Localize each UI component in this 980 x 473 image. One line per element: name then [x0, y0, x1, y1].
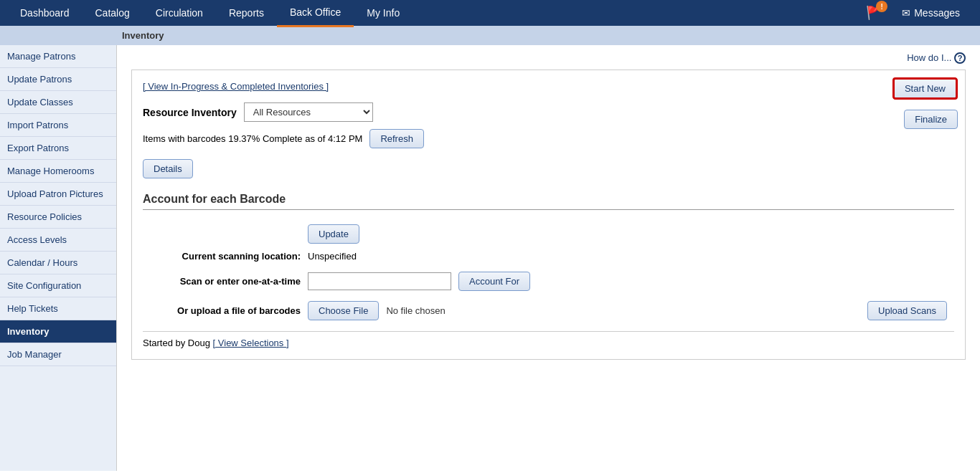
main-layout: Manage Patrons Update Patrons Update Cla…	[0, 45, 980, 471]
choose-file-button[interactable]: Choose File	[308, 301, 379, 320]
scanning-location-label: Current scanning location:	[143, 251, 301, 262]
scan-input-row: Scan or enter one-at-a-time Account For	[143, 272, 954, 291]
content-box: Start New Finalize [ View In-Progress & …	[131, 70, 966, 360]
progress-text: Items with barcodes 19.37% Complete as o…	[143, 133, 362, 144]
top-nav: Dashboard Catalog Circulation Reports Ba…	[0, 0, 980, 26]
messages-link[interactable]: ✉ Messages	[889, 0, 973, 26]
breadcrumb-text: Inventory	[122, 30, 164, 41]
upload-left: Or upload a file of barcodes Choose File…	[143, 301, 446, 320]
breadcrumb: Inventory	[0, 26, 980, 45]
upload-scans-button[interactable]: Upload Scans	[867, 301, 947, 320]
main-content: How do I... ? Start New Finalize [ View …	[117, 45, 980, 471]
sidebar-item-help-tickets[interactable]: Help Tickets	[0, 297, 116, 320]
nav-reports[interactable]: Reports	[216, 0, 277, 26]
how-do-i-link[interactable]: How do I...	[907, 52, 951, 63]
view-selections-link[interactable]: [ View Selections ]	[213, 338, 289, 348]
help-circle-icon[interactable]: ?	[954, 52, 966, 64]
scanning-location-value: Unspecified	[308, 251, 357, 262]
file-upload-row: Or upload a file of barcodes Choose File…	[143, 301, 954, 320]
sidebar-item-site-configuration[interactable]: Site Configuration	[0, 274, 116, 297]
resource-inventory-label: Resource Inventory	[143, 107, 237, 118]
resource-inventory-row: Resource Inventory All Resources Books D…	[143, 102, 954, 122]
view-link-row: [ View In-Progress & Completed Inventori…	[143, 81, 954, 92]
section-title: Account for each Barcode	[143, 193, 286, 206]
sidebar-item-job-manager[interactable]: Job Manager	[0, 343, 116, 366]
sidebar-item-inventory[interactable]: Inventory	[0, 320, 116, 343]
refresh-button[interactable]: Refresh	[369, 129, 424, 148]
scan-input[interactable]	[308, 272, 451, 290]
started-by-row: Started by Doug [ View Selections ]	[143, 331, 954, 348]
sidebar-item-upload-patron-pictures[interactable]: Upload Patron Pictures	[0, 183, 116, 206]
sidebar-item-import-patrons[interactable]: Import Patrons	[0, 114, 116, 137]
sidebar-item-manage-homerooms[interactable]: Manage Homerooms	[0, 160, 116, 183]
details-row: Details	[143, 159, 954, 178]
sidebar: Manage Patrons Update Patrons Update Cla…	[0, 45, 117, 471]
sidebar-item-manage-patrons[interactable]: Manage Patrons	[0, 45, 116, 68]
sidebar-item-resource-policies[interactable]: Resource Policies	[0, 206, 116, 229]
sidebar-item-access-levels[interactable]: Access Levels	[0, 229, 116, 252]
nav-catalog[interactable]: Catalog	[83, 0, 143, 26]
details-button[interactable]: Details	[143, 159, 193, 178]
no-file-chosen-text: No file chosen	[386, 305, 445, 316]
flag-badge: !	[876, 1, 887, 12]
section-header: Account for each Barcode	[143, 193, 954, 210]
account-for-button[interactable]: Account For	[458, 272, 530, 291]
nav-back-office[interactable]: Back Office	[277, 0, 354, 27]
update-row: Update	[143, 224, 954, 244]
scanning-location-row: Current scanning location: Unspecified	[143, 251, 954, 262]
nav-right: 🚩 ! ✉ Messages	[866, 0, 973, 26]
sidebar-item-export-patrons[interactable]: Export Patrons	[0, 137, 116, 160]
start-new-button[interactable]: Start New	[892, 77, 958, 100]
nav-dashboard[interactable]: Dashboard	[7, 0, 83, 26]
sidebar-item-update-classes[interactable]: Update Classes	[0, 91, 116, 114]
nav-circulation[interactable]: Circulation	[143, 0, 216, 26]
finalize-button[interactable]: Finalize	[904, 110, 958, 129]
sidebar-item-calendar-hours[interactable]: Calendar / Hours	[0, 252, 116, 274]
started-by-text: Started by Doug	[143, 338, 210, 348]
sidebar-item-update-patrons[interactable]: Update Patrons	[0, 68, 116, 91]
progress-row: Items with barcodes 19.37% Complete as o…	[143, 129, 954, 148]
upload-label: Or upload a file of barcodes	[143, 305, 301, 316]
messages-label: Messages	[914, 0, 960, 26]
view-in-progress-link[interactable]: [ View In-Progress & Completed Inventori…	[143, 81, 329, 92]
messages-icon: ✉	[902, 0, 910, 26]
nav-my-info[interactable]: My Info	[354, 0, 413, 26]
flag-container: 🚩 !	[866, 5, 883, 21]
how-do-i-row: How do I... ?	[131, 52, 966, 64]
update-button[interactable]: Update	[308, 224, 359, 244]
resource-inventory-select[interactable]: All Resources Books DVDs Equipment	[244, 102, 373, 122]
scan-label: Scan or enter one-at-a-time	[143, 276, 301, 287]
